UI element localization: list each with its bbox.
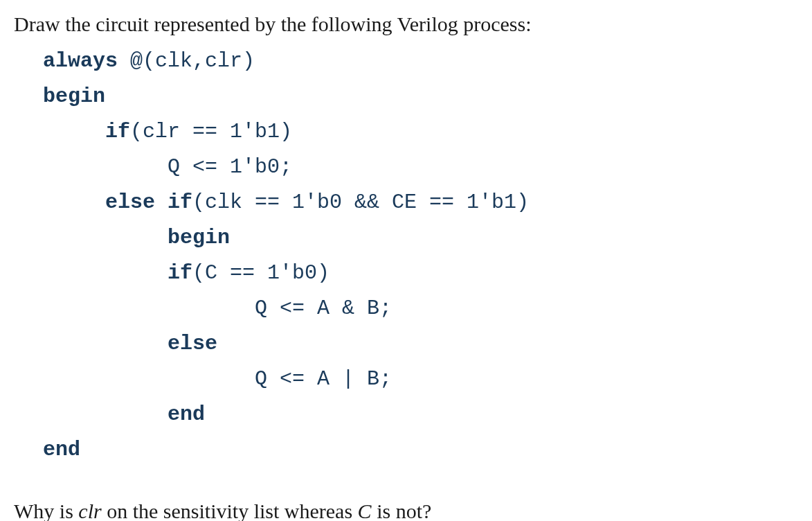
- code-indent: [43, 261, 168, 285]
- question-part: Why is: [14, 500, 78, 521]
- code-block: always @(clk,clr) begin if(clr == 1'b1) …: [14, 44, 798, 468]
- code-line: @(clk,clr): [118, 49, 255, 73]
- keyword-else-if: else if: [105, 191, 192, 214]
- question-part: on the sensitivity list whereas: [102, 500, 358, 521]
- keyword-end: end: [43, 438, 80, 461]
- code-line: (C == 1'b0): [192, 261, 330, 285]
- keyword-always: always: [43, 49, 118, 73]
- keyword-else: else: [168, 332, 217, 355]
- variable-clr: clr: [78, 500, 101, 521]
- code-line: (clr == 1'b1): [130, 120, 292, 143]
- keyword-begin: begin: [168, 226, 230, 249]
- code-line: Q <= A & B;: [43, 297, 392, 320]
- question-part: is not?: [372, 500, 432, 521]
- keyword-begin: begin: [43, 85, 105, 108]
- code-indent: [43, 403, 168, 426]
- code-line: Q <= A | B;: [43, 367, 392, 391]
- code-line: Q <= 1'b0;: [43, 155, 292, 179]
- keyword-if: if: [168, 261, 192, 285]
- prompt-text: Draw the circuit represented by the foll…: [14, 8, 798, 39]
- variable-c: C: [358, 500, 372, 521]
- code-indent: [43, 191, 105, 214]
- question-text: Why is clr on the sensitivity list where…: [14, 495, 798, 521]
- code-line: (clk == 1'b0 && CE == 1'b1): [192, 191, 529, 214]
- code-indent: [43, 120, 105, 143]
- code-indent: [43, 226, 168, 249]
- keyword-end: end: [168, 403, 205, 426]
- keyword-if: if: [105, 120, 130, 143]
- code-indent: [43, 332, 168, 355]
